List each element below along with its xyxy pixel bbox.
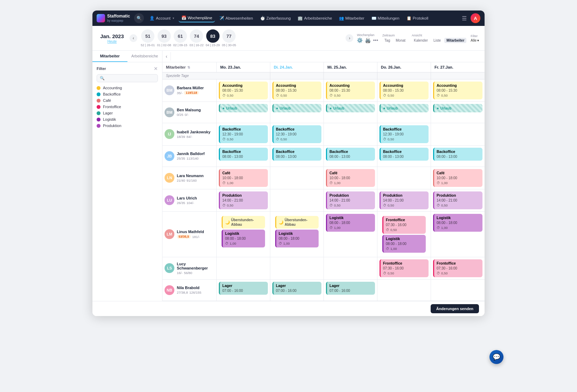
shift-card-urlaub[interactable]: ● Urlaub: [380, 104, 429, 112]
shift-lara-do[interactable]: [377, 167, 431, 189]
shift-card[interactable]: Lager 07:00 - 16:00: [326, 282, 375, 295]
shift-card[interactable]: Accounting 08:00 - 15:30 ⏱0,50: [272, 82, 321, 99]
shift-lars-mo[interactable]: Produktion 14:00 - 21:00 ⏱0,50: [217, 189, 270, 211]
shift-card[interactable]: Café 10:00 - 18:00 ⏱1,00: [326, 169, 375, 187]
mitarbeiter-view-button[interactable]: Mitarbeiter: [444, 38, 466, 43]
shift-card[interactable]: Accounting 08:00 - 15:30 ⏱0,50: [433, 82, 482, 99]
chat-bubble-button[interactable]: 💬: [489, 350, 503, 364]
dept-backoffice[interactable]: Backoffice: [97, 92, 158, 96]
tag-button[interactable]: Tag: [382, 38, 392, 43]
shift-card[interactable]: Produktion 14:00 - 21:00 ⏱0,50: [380, 191, 429, 209]
search-input[interactable]: [106, 76, 155, 80]
shift-nila-mo[interactable]: Lager 07:00 - 16:00: [217, 280, 270, 301]
shift-card[interactable]: Backoffice 08:00 - 13:00: [326, 148, 375, 161]
dept-cafe[interactable]: Café: [97, 98, 158, 103]
shift-nila-fr[interactable]: [431, 280, 485, 301]
shift-card[interactable]: Backoffice 12:30 - 19:00 ⏱0,50: [219, 125, 268, 143]
shift-nila-do[interactable]: [377, 280, 431, 301]
nav-protokoll[interactable]: 📋 Protokoll: [404, 14, 431, 22]
week-circle-83[interactable]: 83 04 | 23-29: [206, 29, 220, 47]
shift-ben-do[interactable]: ● Urlaub: [377, 102, 431, 123]
shift-ben-mo[interactable]: ● Urlaub: [217, 102, 270, 123]
shift-lara-di[interactable]: [270, 167, 324, 189]
shift-linus-di[interactable]: 🌙 Überstunden-Abbau Logistik 08:00 - 18:…: [270, 212, 324, 257]
shift-isabell-mi[interactable]: [324, 123, 377, 145]
shift-card[interactable]: Backoffice 08:00 - 13:00: [433, 148, 482, 161]
sort-icon[interactable]: ⇅: [187, 65, 190, 69]
shift-jannik-di[interactable]: Backoffice 08:00 - 13:00: [270, 146, 324, 167]
prev-week-button[interactable]: ‹: [130, 34, 137, 42]
shift-card[interactable]: Backoffice 08:00 - 13:00: [219, 148, 268, 161]
tab-arbeitsbereiche[interactable]: Arbeitsbereiche: [127, 51, 162, 62]
nav-mitteilungen[interactable]: ✉️ Mitteilungen: [369, 14, 402, 22]
nav-abwesenheiten[interactable]: ✈️ Abwesenheiten: [216, 14, 256, 22]
shift-card[interactable]: Backoffice 08:00 - 13:00: [380, 148, 429, 161]
shift-nila-mi[interactable]: Lager 07:00 - 16:00: [324, 280, 377, 301]
week-circle-61[interactable]: 61 02 | 09-15: [173, 29, 187, 47]
shift-card[interactable]: Lager 07:00 - 16:00: [272, 282, 321, 295]
shift-card[interactable]: Frontoffice 07:30 - 16:00 ⏱0,50: [380, 259, 429, 277]
shift-lucy-mo[interactable]: [217, 257, 270, 279]
shift-lara-mo[interactable]: Café 10:00 - 18:00 ⏱1,00: [217, 167, 270, 189]
send-changes-button[interactable]: Änderungen senden: [431, 304, 479, 313]
dept-lager[interactable]: Lager: [97, 111, 158, 115]
shift-card[interactable]: Café 10:00 - 18:00 ⏱1,00: [433, 169, 482, 187]
shift-linus-do[interactable]: Frontoffice 07:30 - 16:00 ⏱0,50 Logistik…: [377, 212, 431, 257]
user-avatar[interactable]: A: [471, 13, 480, 23]
nav-account[interactable]: 👤 Account ▾: [147, 14, 177, 22]
shift-card[interactable]: Accounting 08:00 - 15:30 ⏱0,50: [219, 82, 268, 99]
shift-jannik-do[interactable]: Backoffice 08:00 - 13:00: [377, 146, 431, 167]
nav-mitarbeiter[interactable]: 👥 Mitarbeiter: [336, 14, 367, 22]
shift-lara-mi[interactable]: Café 10:00 - 18:00 ⏱1,00: [324, 167, 377, 189]
shift-lars-mi[interactable]: Produktion 14:00 - 21:00 ⏱0,50: [324, 189, 377, 211]
shift-isabell-di[interactable]: Backoffice 12:30 - 19:00 ⏱0,50: [270, 123, 324, 145]
shift-card[interactable]: Frontoffice 07:30 - 16:00 ⏱0,50: [382, 216, 426, 234]
shift-card-uberstunden[interactable]: 🌙 Überstunden-Abbau: [222, 216, 265, 229]
today-button[interactable]: Heute: [107, 40, 117, 43]
filter-clear-button[interactable]: ✕: [154, 66, 158, 71]
shift-isabell-do[interactable]: Backoffice 12:30 - 19:00 ⏱0,50: [377, 123, 431, 145]
shift-card[interactable]: Produktion 14:00 - 21:00 ⏱0,50: [219, 191, 268, 209]
liste-button[interactable]: Liste: [431, 38, 443, 43]
shift-nila-di[interactable]: Lager 07:00 - 16:00: [270, 280, 324, 301]
shift-card[interactable]: Produktion 14:00 - 21:00 ⏱0,50: [326, 191, 375, 209]
shift-card[interactable]: Lager 07:00 - 16:00: [219, 282, 268, 295]
shift-card-uberstunden[interactable]: 🌙 Überstunden-Abbau: [275, 216, 319, 229]
shift-barbara-fr[interactable]: Accounting 08:00 - 15:30 ⏱0,50: [431, 79, 485, 102]
shift-ben-di[interactable]: ● Urlaub: [270, 102, 324, 123]
nav-arbeitsbereiche[interactable]: 🏢 Arbeitsbereiche: [295, 14, 335, 22]
shift-card-urlaub[interactable]: ● Urlaub: [433, 104, 482, 112]
shift-linus-mi[interactable]: Logistik 08:00 - 18:00 ⏱1,00: [324, 212, 377, 257]
shift-lucy-di[interactable]: [270, 257, 324, 279]
shift-barbara-do[interactable]: Accounting 08:00 - 15:30 ⏱0,50: [377, 79, 431, 102]
shift-lucy-fr[interactable]: Frontoffice 07:30 - 16:00 ⏱0,50: [431, 257, 485, 279]
shift-card[interactable]: Accounting 08:00 - 15:30 ⏱0,50: [326, 82, 375, 99]
shift-jannik-mo[interactable]: Backoffice 08:00 - 13:00: [217, 146, 270, 167]
hamburger-menu-button[interactable]: ☰: [459, 13, 469, 23]
shift-card[interactable]: Logistik 08:00 - 18:00 ⏱1,00: [326, 214, 375, 232]
shift-barbara-di[interactable]: Accounting 08:00 - 15:30 ⏱0,50: [270, 79, 324, 102]
shift-card[interactable]: Logistik 08:00 - 18:00 ⏱1,00: [222, 230, 265, 247]
shift-lara-fr[interactable]: Café 10:00 - 18:00 ⏱1,00: [431, 167, 485, 189]
shift-card[interactable]: Logistik 08:00 - 18:00 ⏱1,00: [275, 230, 319, 247]
search-button[interactable]: 🔍: [134, 13, 144, 23]
tab-mitarbeiter[interactable]: Mitarbeiter: [92, 51, 127, 62]
dept-accounting[interactable]: Accounting: [97, 86, 158, 90]
next-week-button[interactable]: ›: [346, 34, 353, 42]
more-icon[interactable]: •••: [373, 37, 378, 43]
shift-isabell-mo[interactable]: Backoffice 12:30 - 19:00 ⏱0,50: [217, 123, 270, 145]
settings-icon[interactable]: ⚙️: [357, 37, 363, 43]
shift-card[interactable]: Accounting 08:00 - 15:30 ⏱0,50: [380, 82, 429, 99]
shift-card-urlaub[interactable]: ● Urlaub: [219, 104, 268, 112]
shift-lars-fr[interactable]: Produktion 14:00 - 21:00 ⏱0,50: [431, 189, 485, 211]
shift-card[interactable]: Frontoffice 07:30 - 16:00 ⏱0,50: [433, 259, 482, 277]
shift-lars-di[interactable]: [270, 189, 324, 211]
nav-zeiterfassung[interactable]: ⏱️ Zeiterfassung: [257, 14, 294, 22]
kalender-button[interactable]: Kalender: [412, 38, 430, 43]
shift-ben-fr[interactable]: ● Urlaub: [431, 102, 485, 123]
shift-card[interactable]: Backoffice 08:00 - 13:00: [272, 148, 321, 161]
shift-barbara-mo[interactable]: Accounting 08:00 - 15:30 ⏱0,50: [217, 79, 270, 102]
shift-card[interactable]: Logistik 08:00 - 18:00 ⏱1,00: [433, 214, 482, 232]
nav-wochenplaene[interactable]: 📅 Wochenpläne: [179, 14, 215, 22]
shift-linus-fr[interactable]: Logistik 08:00 - 18:00 ⏱1,00: [431, 212, 485, 257]
